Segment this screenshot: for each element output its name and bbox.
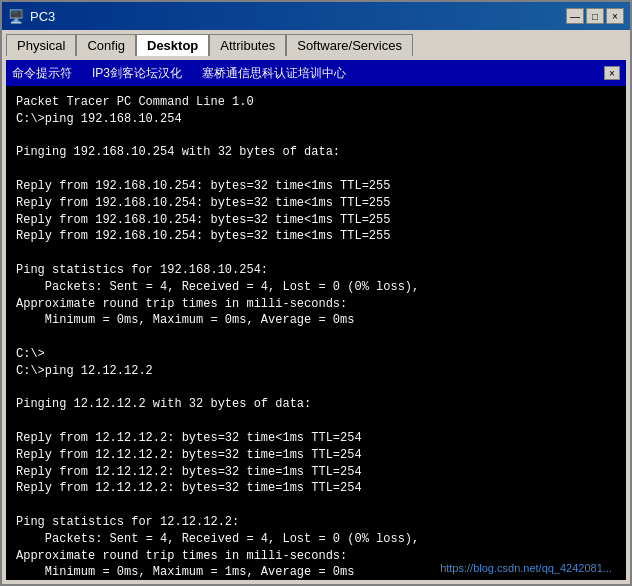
title-bar-left: 🖥️ PC3 [8,9,55,24]
terminal-text: Packet Tracer PC Command Line 1.0 C:\>pi… [16,94,616,580]
tab-software-services[interactable]: Software/Services [286,34,413,56]
window-title: PC3 [30,9,55,24]
minimize-button[interactable]: — [566,8,584,24]
close-button[interactable]: × [606,8,624,24]
tab-config[interactable]: Config [76,34,136,56]
inner-title-part1: 命令提示符 [12,65,72,82]
inner-window: 命令提示符 IP3剑客论坛汉化 塞桥通信思科认证培训中心 × Packet Tr… [6,60,626,580]
inner-title-part3: 塞桥通信思科认证培训中心 [202,65,346,82]
title-bar: 🖥️ PC3 — □ × [2,2,630,30]
watermark: https://blog.csdn.net/qq_4242081... [440,562,612,574]
terminal-output[interactable]: Packet Tracer PC Command Line 1.0 C:\>pi… [6,86,626,580]
maximize-button[interactable]: □ [586,8,604,24]
main-window: 🖥️ PC3 — □ × Physical Config Desktop Att… [0,0,632,586]
inner-title-bar: 命令提示符 IP3剑客论坛汉化 塞桥通信思科认证培训中心 × [6,60,626,86]
inner-title-text: 命令提示符 IP3剑客论坛汉化 塞桥通信思科认证培训中心 [12,65,346,82]
inner-close-button[interactable]: × [604,66,620,80]
tabs-bar: Physical Config Desktop Attributes Softw… [2,30,630,56]
inner-title-part2: IP3剑客论坛汉化 [92,65,182,82]
tab-physical[interactable]: Physical [6,34,76,56]
tab-desktop[interactable]: Desktop [136,34,209,56]
window-icon: 🖥️ [8,9,24,24]
title-controls: — □ × [566,8,624,24]
tab-attributes[interactable]: Attributes [209,34,286,56]
